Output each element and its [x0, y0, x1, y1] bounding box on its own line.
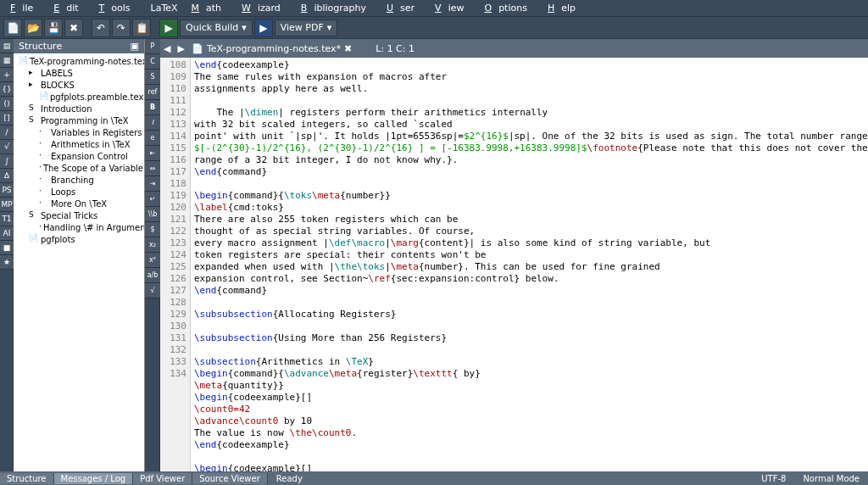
copy-icon[interactable]: 📋: [132, 19, 151, 37]
sup-icon[interactable]: x²: [145, 253, 160, 268]
center-icon[interactable]: ⇔: [145, 161, 160, 176]
right-icon[interactable]: ⇥: [145, 176, 160, 192]
tab-close-icon[interactable]: ✖: [344, 43, 352, 54]
tree-item[interactable]: 📄pgfplots.preamble.tex: [15, 91, 142, 103]
menu-user[interactable]: User: [380, 1, 428, 15]
sidebar-btn[interactable]: ★: [0, 255, 14, 270]
structure-tree[interactable]: 📄TeX-programming-notes.tex▸LABELS▸BLOCKS…: [14, 53, 144, 471]
new-file-icon[interactable]: 📄: [3, 19, 22, 37]
build-icon[interactable]: ▶: [159, 19, 178, 37]
bold-icon[interactable]: B: [145, 100, 160, 115]
sidebar-btn[interactable]: MP: [0, 198, 14, 212]
tree-item[interactable]: ·Branching: [15, 174, 142, 186]
tree-item[interactable]: ·More On \TeX: [15, 198, 142, 209]
sidebar-btn[interactable]: ▦: [0, 53, 14, 68]
tree-item[interactable]: ·Loops: [15, 186, 142, 198]
menu-file[interactable]: File: [3, 1, 47, 15]
tree-item[interactable]: SProgramming in \TeX: [15, 114, 142, 126]
structure-panel: Structure ▣ 📄TeX-programming-notes.tex▸L…: [14, 39, 145, 471]
status-structure-tab[interactable]: Structure: [0, 473, 54, 484]
save-icon[interactable]: 💾: [44, 19, 63, 37]
menu-view[interactable]: View: [428, 1, 477, 15]
sidebar-btn[interactable]: {}: [0, 82, 14, 97]
menubar: File Edit Tools LaTeX Math Wizard Biblio…: [0, 0, 868, 17]
math-icon[interactable]: $: [145, 222, 160, 237]
chapter-icon[interactable]: C: [145, 54, 160, 70]
newline-icon[interactable]: ↵: [145, 192, 160, 207]
tree-item[interactable]: 📄TeX-programming-notes.tex: [15, 55, 142, 67]
menu-math[interactable]: Math: [185, 1, 236, 15]
menu-tools[interactable]: Tools: [92, 1, 144, 15]
code-editor[interactable]: \end{codeexample} The same rules with ex…: [191, 58, 868, 471]
sidebar-btn[interactable]: ■: [0, 241, 14, 255]
viewpdf-dropdown[interactable]: View PDF▾: [275, 20, 338, 36]
part-icon[interactable]: P: [145, 39, 160, 54]
left-icon[interactable]: ⇤: [145, 146, 160, 161]
editor-area: ◀ ▶ 📄 TeX-programming-notes.tex* ✖ L: 1 …: [160, 39, 868, 471]
env-icon[interactable]: \\b: [145, 207, 160, 222]
editor-tab[interactable]: 📄 TeX-programming-notes.tex* ✖: [192, 43, 352, 54]
tree-item[interactable]: ·Handling \# in Arguments: [15, 221, 142, 233]
sidebar-btn[interactable]: √: [0, 140, 14, 154]
status-encoding: UTF-8: [753, 474, 794, 483]
sidebar-btn[interactable]: AI: [0, 226, 14, 241]
file-icon: 📄: [192, 43, 203, 54]
cursor-pos: L: 1 C: 1: [376, 43, 415, 54]
tree-item[interactable]: ·Arithmetics in \TeX: [15, 138, 142, 150]
tree-item[interactable]: ·Variables in Registers: [15, 126, 142, 138]
quickbuild-dropdown[interactable]: Quick Build▾: [180, 20, 253, 36]
sidebar-btn[interactable]: /: [0, 125, 14, 140]
status-messages-tab[interactable]: Messages / Log: [54, 473, 134, 484]
menu-wizard[interactable]: Wizard: [235, 1, 294, 15]
frac-icon[interactable]: a/b: [145, 268, 160, 283]
tree-item[interactable]: ·The Scope of a Variable: [15, 162, 142, 174]
chevron-down-icon: ▾: [242, 22, 247, 33]
sidebar-btn[interactable]: ▤: [0, 39, 14, 53]
menu-options[interactable]: Options: [477, 1, 540, 15]
nav-fwd-icon[interactable]: ▶: [177, 43, 184, 54]
sidebar-btn[interactable]: []: [0, 111, 14, 125]
close-icon[interactable]: ✖: [64, 19, 83, 37]
menu-latex[interactable]: LaTeX: [144, 1, 185, 15]
editor-tabs: ◀ ▶ 📄 TeX-programming-notes.tex* ✖ L: 1 …: [160, 39, 868, 58]
tree-item[interactable]: SIntroduction: [15, 103, 142, 114]
emph-icon[interactable]: e: [145, 131, 160, 146]
statusbar: Structure Messages / Log Pdf Viewer Sour…: [0, 471, 868, 485]
status-mode: Normal Mode: [794, 474, 868, 483]
editor-tool-sidebar: P C S ref B I e ⇤ ⇔ ⇥ ↵ \\b $ x₂ x² a/b …: [145, 39, 160, 471]
tree-item[interactable]: ▸BLOCKS: [15, 79, 142, 91]
sidebar-btn[interactable]: (): [0, 97, 14, 111]
main-toolbar: 📄 📂 💾 ✖ ↶ ↷ 📋 ▶ Quick Build▾ ▶ View PDF▾: [0, 17, 868, 39]
section-icon[interactable]: S: [145, 70, 160, 85]
ref-icon[interactable]: ref: [145, 85, 160, 100]
status-ready: Ready: [268, 474, 753, 483]
open-file-icon[interactable]: 📂: [24, 19, 42, 37]
sqrt-icon[interactable]: √: [145, 283, 160, 298]
left-tool-sidebar: ▤ ▦ + {} () [] / √ ∫ ∆ PS MP T1 AI ■ ★: [0, 39, 14, 471]
menu-help[interactable]: Help: [541, 1, 589, 15]
sidebar-btn[interactable]: PS: [0, 183, 14, 198]
tree-item[interactable]: SSpecial Tricks: [15, 209, 142, 221]
view-icon[interactable]: ▶: [254, 19, 273, 37]
status-pdfviewer-tab[interactable]: Pdf Viewer: [133, 473, 192, 484]
redo-icon[interactable]: ↷: [112, 19, 131, 37]
panel-close-icon[interactable]: ▣: [131, 41, 139, 52]
sidebar-btn[interactable]: ∫: [0, 154, 14, 169]
tree-item[interactable]: ▸LABELS: [15, 67, 142, 79]
line-gutter: 108 109 110 111 112 113 114 115 116 117 …: [160, 58, 191, 471]
undo-icon[interactable]: ↶: [92, 19, 110, 37]
sidebar-btn[interactable]: ∆: [0, 169, 14, 183]
status-source-tab[interactable]: Source Viewer: [192, 473, 268, 484]
nav-back-icon[interactable]: ◀: [164, 43, 170, 54]
sidebar-btn[interactable]: +: [0, 68, 14, 82]
menu-edit[interactable]: Edit: [47, 1, 92, 15]
structure-header: Structure ▣: [14, 39, 144, 53]
sidebar-btn[interactable]: T1: [0, 212, 14, 226]
tree-item[interactable]: ·Expansion Control: [15, 150, 142, 162]
tree-item[interactable]: 📄pgfplots: [15, 233, 142, 245]
sub-icon[interactable]: x₂: [145, 237, 160, 253]
menu-bibliography[interactable]: Bibliography: [294, 1, 380, 15]
chevron-down-icon: ▾: [327, 22, 332, 33]
italic-icon[interactable]: I: [145, 115, 160, 131]
